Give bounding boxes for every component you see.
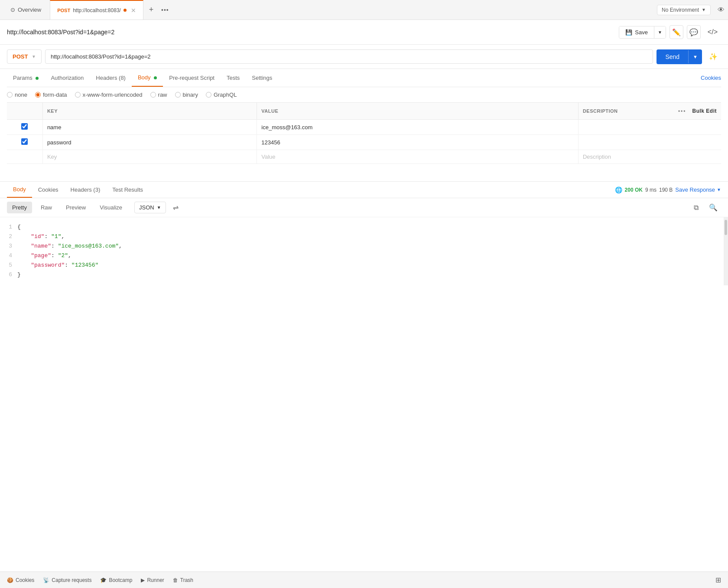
request-area: Params Authorization Headers (8) Body Pr… [0,69,728,164]
search-icon[interactable]: 🔍 [705,202,721,213]
key-column-header: KEY [42,103,257,120]
radio-raw[interactable]: raw [150,91,167,98]
bottom-trash[interactable]: 🗑 Trash [173,577,193,583]
radio-graphql[interactable]: GraphQL [206,91,237,98]
more-tabs-button[interactable]: ••• [159,4,171,16]
bottom-runner[interactable]: ▶ Runner [141,577,164,583]
view-tab-preview[interactable]: Preview [61,202,91,213]
table-row-placeholder: Key Value Description [7,150,721,164]
edit-icon-button[interactable]: ✏️ [670,25,683,39]
save-label: Save [635,29,648,36]
description-column-header: DESCRIPTION ••• Bulk Edit [578,103,721,120]
comment-icon-button[interactable]: 💬 [687,25,701,39]
table-row: password 123456 [7,135,721,150]
table-row: name ice_moss@163.com [7,120,721,135]
resp-tab-headers[interactable]: Headers (3) [65,182,107,197]
row1-key[interactable]: name [42,120,257,135]
tab-overview[interactable]: ⊙ Overview [3,0,48,20]
params-dot [36,77,39,80]
save-dropdown-button[interactable]: ▼ [654,26,666,38]
url-input[interactable] [45,49,653,64]
tab-body[interactable]: Body [132,69,163,87]
bootcamp-icon: 🎓 [100,577,107,583]
save-group: 💾 Save ▼ [619,26,666,39]
send-label: Send [656,49,688,64]
view-tab-pretty[interactable]: Pretty [7,202,32,213]
json-line-2: "id": "1", [17,232,721,242]
view-tab-raw[interactable]: Raw [36,202,57,213]
row2-key[interactable]: password [42,135,257,150]
code-view-header: Pretty Raw Preview Visualize JSON ▼ ⇌ ⧉ … [0,198,728,217]
spacer [0,164,728,177]
row2-checkbox[interactable] [21,138,28,145]
row2-description[interactable] [578,135,721,150]
wrap-text-icon[interactable]: ⇌ [169,202,182,213]
code-icon-button[interactable]: </> [704,26,721,38]
send-dropdown-icon[interactable]: ▼ [688,50,702,63]
overview-icon: ⊙ [10,7,15,13]
resp-tab-cookies[interactable]: Cookies [32,182,65,197]
radio-binary[interactable]: binary [175,91,198,98]
row2-value[interactable]: 123456 [257,135,578,150]
resp-tab-test-results[interactable]: Test Results [106,182,149,197]
bottom-bar: 🍪 Cookies 📡 Capture requests 🎓 Bootcamp … [0,572,728,588]
grid-icon[interactable]: ⊞ [715,576,721,584]
environment-label: No Environment [662,7,699,13]
tab-settings[interactable]: Settings [246,69,278,86]
capture-label: Capture requests [52,577,91,583]
tab-headers[interactable]: Headers (8) [90,69,132,86]
tab-prerequest[interactable]: Pre-request Script [163,69,221,86]
form-data-table: KEY VALUE DESCRIPTION ••• Bulk Edit [7,103,721,164]
runner-label: Runner [147,577,164,583]
request-tabs-row: Params Authorization Headers (8) Body Pr… [7,69,721,87]
cookies-link[interactable]: Cookies [701,69,721,86]
method-select[interactable]: POST ▼ [7,49,42,64]
save-response-button[interactable]: Save Response ▼ [675,186,721,193]
radio-none[interactable]: none [7,91,27,98]
description-placeholder: Description [583,154,611,160]
scrollbar-thumb[interactable] [725,220,727,235]
resp-tab-body[interactable]: Body [7,182,32,198]
row1-value[interactable]: ice_moss@163.com [257,120,578,135]
scrollbar-track[interactable] [724,217,728,285]
bottom-bootcamp[interactable]: 🎓 Bootcamp [100,577,132,583]
environment-eye-icon[interactable]: 👁 [718,6,725,14]
new-tab-button[interactable]: + [145,4,157,16]
save-button[interactable]: 💾 Save [619,26,654,38]
radio-form-data[interactable]: form-data [35,91,67,98]
bulk-edit-button[interactable]: Bulk Edit [692,108,717,114]
line-numbers: 1 2 3 4 5 6 [0,222,17,280]
method-url-row: POST ▼ Send ▼ ✨ [0,45,728,69]
radio-form-data-circle [35,92,41,98]
method-label: POST [13,53,28,60]
json-line-4: "page": "2", [17,251,721,261]
body-dot [154,76,157,79]
view-tab-visualize[interactable]: Visualize [94,202,127,213]
bottom-cookies[interactable]: 🍪 Cookies [7,577,34,583]
method-chevron-icon: ▼ [32,54,36,59]
environment-selector[interactable]: No Environment ▼ [657,5,711,15]
tab-close-icon[interactable]: ✕ [131,7,136,14]
tab-request[interactable]: POST http://localhost:8083/ ✕ [50,0,143,20]
response-section: Body Cookies Headers (3) Test Results 🌐 … [0,181,728,285]
tab-tests[interactable]: Tests [221,69,246,86]
send-button[interactable]: Send ▼ [656,49,702,64]
format-selector[interactable]: JSON ▼ [134,202,166,213]
bootcamp-label: Bootcamp [109,577,132,583]
capture-icon: 📡 [43,577,49,583]
response-tabs-row: Body Cookies Headers (3) Test Results 🌐 … [0,182,728,198]
magic-wand-icon[interactable]: ✨ [705,49,721,64]
cookie-icon: 🍪 [7,577,13,583]
radio-urlencoded[interactable]: x-www-form-urlencoded [75,91,143,98]
row1-checkbox[interactable] [21,123,28,130]
row1-description[interactable] [578,120,721,135]
table-more-button[interactable]: ••• [675,106,690,116]
tab-authorization[interactable]: Authorization [45,69,90,86]
copy-icon[interactable]: ⧉ [690,202,702,213]
plus-icon: + [149,5,154,14]
bottom-capture[interactable]: 📡 Capture requests [43,577,91,583]
tab-params[interactable]: Params [7,69,45,86]
save-icon: 💾 [625,29,632,36]
cookies-label: Cookies [16,577,34,583]
tab-method: POST [57,8,70,13]
